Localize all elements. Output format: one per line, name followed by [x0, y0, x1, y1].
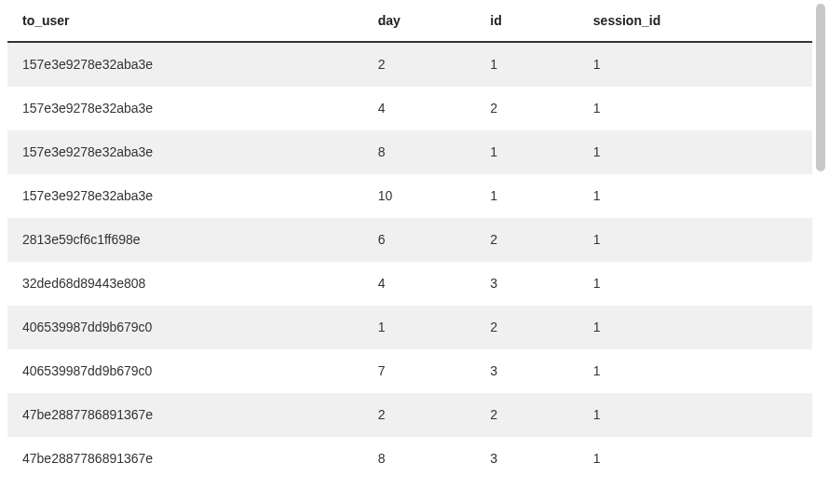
data-table-container: to_user day id session_id 157e3e9278e32a…	[0, 0, 812, 504]
table-header-row: to_user day id session_id	[7, 0, 812, 42]
table-row: 47be2887786891367e 8 3 1	[7, 437, 812, 481]
column-header-id[interactable]: id	[475, 0, 578, 42]
cell-id: 3	[475, 262, 578, 306]
cell-day: 10	[363, 174, 476, 218]
table-body: 157e3e9278e32aba3e 2 1 1 157e3e9278e32ab…	[7, 42, 812, 481]
cell-to-user: 157e3e9278e32aba3e	[7, 174, 363, 218]
cell-to-user: 32ded68d89443e808	[7, 262, 363, 306]
cell-id: 3	[475, 349, 578, 393]
cell-day: 2	[363, 42, 476, 87]
cell-to-user: 406539987dd9b679c0	[7, 306, 363, 349]
cell-to-user: 157e3e9278e32aba3e	[7, 87, 363, 130]
cell-id: 2	[475, 393, 578, 437]
table-row: 157e3e9278e32aba3e 10 1 1	[7, 174, 812, 218]
cell-day: 4	[363, 262, 476, 306]
table-row: 406539987dd9b679c0 1 2 1	[7, 306, 812, 349]
cell-session-id: 1	[578, 349, 812, 393]
cell-session-id: 1	[578, 174, 812, 218]
cell-to-user: 406539987dd9b679c0	[7, 349, 363, 393]
cell-id: 1	[475, 130, 578, 174]
cell-day: 7	[363, 349, 476, 393]
cell-session-id: 1	[578, 306, 812, 349]
table-row: 2813e59cf6c1ff698e 6 2 1	[7, 218, 812, 262]
data-table: to_user day id session_id 157e3e9278e32a…	[7, 0, 812, 481]
scrollbar-thumb[interactable]	[816, 4, 825, 171]
cell-to-user: 2813e59cf6c1ff698e	[7, 218, 363, 262]
cell-session-id: 1	[578, 393, 812, 437]
cell-to-user: 47be2887786891367e	[7, 437, 363, 481]
cell-day: 1	[363, 306, 476, 349]
cell-to-user: 47be2887786891367e	[7, 393, 363, 437]
cell-day: 8	[363, 130, 476, 174]
table-row: 47be2887786891367e 2 2 1	[7, 393, 812, 437]
table-row: 32ded68d89443e808 4 3 1	[7, 262, 812, 306]
cell-to-user: 157e3e9278e32aba3e	[7, 130, 363, 174]
cell-id: 2	[475, 87, 578, 130]
cell-id: 3	[475, 437, 578, 481]
cell-session-id: 1	[578, 130, 812, 174]
table-row: 157e3e9278e32aba3e 8 1 1	[7, 130, 812, 174]
cell-id: 2	[475, 306, 578, 349]
cell-day: 8	[363, 437, 476, 481]
cell-id: 1	[475, 174, 578, 218]
vertical-scrollbar[interactable]	[814, 4, 827, 171]
cell-session-id: 1	[578, 87, 812, 130]
cell-day: 6	[363, 218, 476, 262]
cell-day: 4	[363, 87, 476, 130]
table-row: 157e3e9278e32aba3e 4 2 1	[7, 87, 812, 130]
cell-id: 2	[475, 218, 578, 262]
table-row: 406539987dd9b679c0 7 3 1	[7, 349, 812, 393]
cell-session-id: 1	[578, 262, 812, 306]
cell-session-id: 1	[578, 437, 812, 481]
column-header-session-id[interactable]: session_id	[578, 0, 812, 42]
column-header-to-user[interactable]: to_user	[7, 0, 363, 42]
cell-day: 2	[363, 393, 476, 437]
table-row: 157e3e9278e32aba3e 2 1 1	[7, 42, 812, 87]
column-header-day[interactable]: day	[363, 0, 476, 42]
cell-session-id: 1	[578, 42, 812, 87]
cell-id: 1	[475, 42, 578, 87]
cell-session-id: 1	[578, 218, 812, 262]
cell-to-user: 157e3e9278e32aba3e	[7, 42, 363, 87]
